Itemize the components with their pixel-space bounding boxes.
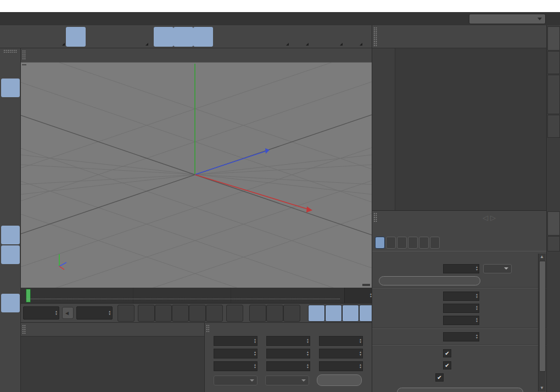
- rotate-tool-button[interactable]: [105, 27, 125, 47]
- object-manager-grip[interactable]: [373, 27, 377, 46]
- model-mode-button[interactable]: [1, 79, 20, 97]
- polygons-mode-button[interactable]: [1, 182, 20, 200]
- history-forward-icon[interactable]: ▷: [490, 214, 496, 222]
- history-back-icon[interactable]: ◁: [483, 214, 488, 222]
- position-z-field[interactable]: ▴▾: [214, 361, 257, 371]
- attribute-grip[interactable]: [373, 212, 377, 222]
- key-rotation-toggle[interactable]: [342, 305, 359, 322]
- palette-grip[interactable]: [3, 49, 18, 53]
- viewport-zoom-icon[interactable]: [335, 51, 344, 60]
- snap-settings-button[interactable]: [1, 245, 20, 264]
- dock-tab-attributes[interactable]: [547, 211, 560, 236]
- viewport-grip[interactable]: [22, 50, 26, 60]
- live-selection-button[interactable]: [46, 27, 66, 47]
- om-add-view-icon[interactable]: [535, 32, 544, 41]
- redo-button[interactable]: [22, 27, 42, 47]
- start-frame-field[interactable]: ▴▾: [23, 306, 59, 320]
- key-scale-toggle[interactable]: [325, 305, 342, 322]
- project-scale-unit-dropdown[interactable]: [483, 264, 512, 273]
- move-tool-button[interactable]: [66, 27, 86, 47]
- points-mode-button[interactable]: [1, 142, 20, 161]
- enable-snap-button[interactable]: [1, 270, 20, 288]
- scale-tool-button[interactable]: [86, 27, 105, 47]
- scale-x-field[interactable]: ▴▾: [266, 336, 310, 346]
- previous-frame-button[interactable]: [155, 305, 172, 322]
- tab-info[interactable]: [386, 237, 396, 249]
- viewport-maximize-icon[interactable]: [360, 51, 368, 60]
- lock-workplane-button[interactable]: [1, 294, 20, 312]
- scale-z-field[interactable]: ▴▾: [266, 361, 310, 371]
- timeline-range-end-field[interactable]: ▴▾: [344, 288, 372, 303]
- preview-min-time-field[interactable]: ▴▾: [443, 316, 479, 325]
- rotation-b-field[interactable]: ▴▾: [319, 361, 363, 371]
- record-keyframe-button[interactable]: [249, 305, 266, 322]
- scroll-up-icon[interactable]: ▲: [539, 254, 545, 260]
- current-frame-field[interactable]: ◀: [62, 307, 74, 319]
- om-eye-icon[interactable]: [523, 32, 532, 41]
- last-tool-button[interactable]: [130, 27, 149, 47]
- attr-new-window-icon[interactable]: [529, 214, 537, 222]
- add-cube-button[interactable]: [324, 27, 344, 47]
- attr-lock-icon[interactable]: [508, 214, 517, 222]
- next-frame-button[interactable]: [189, 305, 206, 322]
- rotation-p-field[interactable]: ▴▾: [319, 349, 363, 359]
- section-project-settings[interactable]: [372, 251, 546, 262]
- interface-select[interactable]: [469, 14, 546, 24]
- dock-tab-layers[interactable]: [547, 236, 560, 251]
- dock-tab-objects[interactable]: [547, 26, 560, 51]
- tab-frame-interpolation[interactable]: [430, 237, 440, 249]
- spline-pen-button[interactable]: [344, 27, 363, 47]
- lock-z-axis-button[interactable]: [193, 27, 213, 47]
- attr-target-icon[interactable]: [519, 214, 527, 222]
- enable-axis-button[interactable]: [1, 206, 20, 225]
- attribute-scrollbar[interactable]: ▲ ▼: [538, 254, 546, 391]
- tab-reference[interactable]: [408, 237, 418, 249]
- position-x-field[interactable]: ▴▾: [214, 336, 257, 346]
- render-settings-button[interactable]: [290, 27, 310, 47]
- use-motion-system-checkbox[interactable]: [435, 373, 444, 382]
- restore-button[interactable]: [512, 0, 536, 12]
- tab-todo[interactable]: [419, 237, 429, 249]
- end-frame-field[interactable]: ▴▾: [76, 306, 113, 320]
- coordinate-system-button[interactable]: [213, 27, 233, 47]
- make-editable-button[interactable]: [1, 54, 20, 73]
- perspective-viewport[interactable]: [21, 48, 372, 288]
- scroll-down-icon[interactable]: ▼: [539, 385, 545, 391]
- timeline-playhead[interactable]: [26, 289, 31, 303]
- play-button[interactable]: [172, 305, 189, 322]
- tab-project-settings[interactable]: [375, 237, 385, 249]
- workplane-mode-button[interactable]: [1, 118, 20, 137]
- render-picture-viewer-button[interactable]: [270, 27, 290, 47]
- search-icon[interactable]: [548, 15, 557, 23]
- coordinates-grip[interactable]: [206, 324, 209, 333]
- autokey-button[interactable]: [266, 305, 283, 322]
- fps-field[interactable]: ▴▾: [443, 292, 479, 301]
- goto-end-button[interactable]: [226, 305, 243, 322]
- coord-system-dropdown[interactable]: [214, 376, 257, 385]
- om-home-icon[interactable]: [512, 32, 520, 41]
- edges-mode-button[interactable]: [1, 162, 20, 181]
- scale-project-button[interactable]: [379, 276, 480, 285]
- min-time-field[interactable]: ▴▾: [443, 304, 479, 313]
- lock-y-axis-button[interactable]: [173, 27, 193, 47]
- tab-dynamics[interactable]: [397, 237, 407, 249]
- dock-tab-structure[interactable]: [547, 115, 560, 138]
- lock-x-axis-button[interactable]: [154, 27, 173, 47]
- dock-tab-takes[interactable]: [547, 51, 560, 74]
- dock-tab-content-browser[interactable]: [547, 75, 560, 114]
- project-scale-field[interactable]: ▴▾: [443, 264, 479, 273]
- scroll-thumb[interactable]: [539, 261, 546, 372]
- scale-y-field[interactable]: ▴▾: [266, 349, 310, 359]
- play-forward-button[interactable]: [206, 305, 223, 322]
- use-generators-checkbox[interactable]: [443, 361, 451, 369]
- viewport-label[interactable]: [22, 64, 26, 65]
- timeline-ruler[interactable]: ▴▾: [21, 288, 372, 304]
- material-manager-grip[interactable]: [22, 324, 26, 334]
- keyframe-selection-button[interactable]: [283, 305, 300, 322]
- viewport-solo-button[interactable]: [1, 226, 20, 244]
- workplane-rotate-button[interactable]: [1, 313, 20, 332]
- viewport-rotate-icon[interactable]: [348, 51, 356, 60]
- om-search-icon[interactable]: [500, 32, 509, 41]
- lod-field[interactable]: ▴▾: [443, 332, 479, 341]
- attr-search-icon[interactable]: [498, 214, 506, 222]
